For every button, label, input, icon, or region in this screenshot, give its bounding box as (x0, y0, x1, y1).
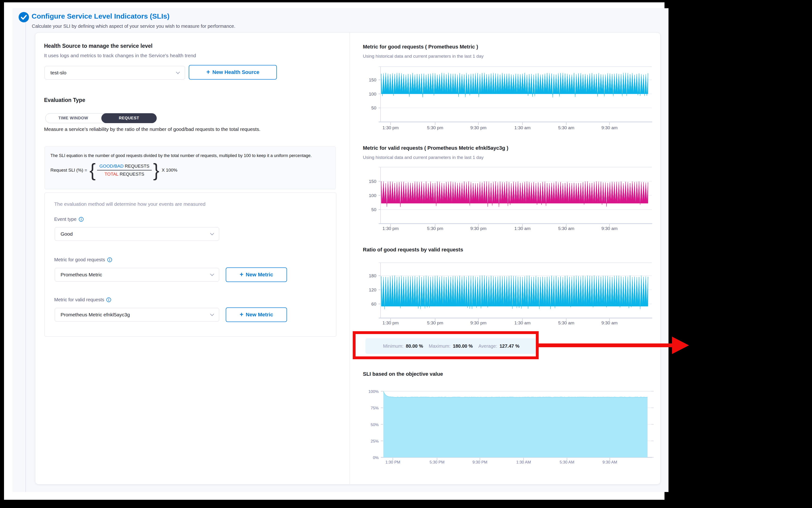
svg-text:150: 150 (369, 179, 376, 184)
good-metric-select[interactable]: Prometheus Metric (55, 268, 219, 282)
valid-requests-chart: 150100501:30 pm5:30 pm9:30 pm1:30 am5:30… (355, 162, 664, 238)
svg-text:9:30 am: 9:30 am (601, 321, 618, 325)
svg-text:60: 60 (371, 302, 376, 306)
sli-chart-title: SLI based on the objective value (363, 371, 443, 377)
svg-text:1:30 AM: 1:30 AM (516, 460, 531, 464)
good-metric-label: Metric for good requests (54, 257, 112, 262)
valid-requests-chart-subtitle: Using historical data and current parame… (363, 155, 484, 160)
svg-text:9:30 pm: 9:30 pm (470, 125, 487, 130)
svg-text:50%: 50% (371, 423, 379, 427)
valid-metric-select[interactable]: Prometheus Metric efnkl5ayc3g (55, 308, 219, 322)
plus-icon: + (240, 271, 243, 278)
new-metric-button-label: New Metric (246, 272, 273, 278)
svg-text:120: 120 (369, 287, 376, 292)
equation-numerator: GOOD/BAD REQUESTS (97, 163, 152, 170)
good-requests-chart-subtitle: Using historical data and current parame… (363, 54, 484, 59)
svg-text:9:30 pm: 9:30 pm (470, 321, 487, 325)
chevron-down-icon (210, 273, 214, 276)
new-health-source-button[interactable]: + New Health Source (189, 65, 277, 80)
denominator-highlight: TOTAL (105, 172, 119, 176)
new-health-source-button-label: New Health Source (212, 69, 259, 75)
svg-text:5:30 pm: 5:30 pm (427, 125, 443, 130)
svg-text:9:30 pm: 9:30 pm (470, 226, 487, 231)
svg-text:9:30 am: 9:30 am (601, 226, 618, 231)
numerator-rest: REQUESTS (123, 164, 149, 169)
svg-text:1:30 am: 1:30 am (514, 321, 531, 325)
evaluation-method-description: The evaluation method will determine how… (54, 201, 205, 207)
svg-text:75%: 75% (371, 406, 379, 410)
page-subtitle: Calculate your SLI by defining which asp… (32, 24, 235, 29)
equation-close-brace: } (153, 161, 159, 179)
svg-text:180: 180 (369, 273, 376, 278)
valid-metric-select-value: Prometheus Metric efnkl5ayc3g (61, 312, 210, 318)
page-title: Configure Service Level Indicators (SLIs… (32, 12, 169, 20)
screen: Configure Service Level Indicators (SLIs… (0, 0, 812, 508)
svg-text:1:30 pm: 1:30 pm (382, 125, 399, 130)
info-icon[interactable] (79, 217, 84, 222)
plus-icon: + (206, 69, 210, 75)
good-metric-select-value: Prometheus Metric (61, 272, 210, 278)
annotation-arrow-shaft (538, 343, 673, 347)
good-requests-chart-title: Metric for good requests ( Prometheus Me… (363, 44, 478, 50)
info-icon[interactable] (106, 297, 111, 302)
svg-text:1:30 pm: 1:30 pm (382, 321, 399, 325)
svg-text:5:30 am: 5:30 am (558, 125, 575, 130)
sli-equation: Request SLI (%) = { GOOD/BAD REQUESTS TO… (50, 161, 330, 179)
new-metric-button-good[interactable]: + New Metric (226, 267, 287, 282)
good-requests-chart: 150100501:30 pm5:30 pm9:30 pm1:30 am5:30… (355, 61, 664, 135)
equation-multiplier: X 100% (162, 168, 178, 173)
good-metric-label-text: Metric for good requests (54, 257, 105, 262)
svg-text:50: 50 (371, 207, 376, 212)
step-complete-check-icon (18, 12, 29, 23)
event-type-label: Event type (54, 217, 84, 222)
svg-text:9:30 am: 9:30 am (601, 125, 618, 130)
svg-text:1:30 am: 1:30 am (514, 125, 531, 130)
svg-text:5:30 am: 5:30 am (558, 321, 575, 325)
valid-metric-label: Metric for valid requests (54, 297, 111, 302)
health-source-description: It uses logs and metrics to track change… (44, 53, 196, 58)
toggle-option-time-window[interactable]: TIME WINDOW (45, 113, 101, 123)
equation-lhs: Request SLI (%) = (50, 168, 87, 173)
svg-text:1:30 pm: 1:30 pm (382, 226, 399, 231)
svg-text:0%: 0% (373, 456, 379, 460)
event-type-select-value: Good (61, 231, 210, 237)
sli-objective-chart: 100%75%50%25%0%1:30 PM5:30 PM9:30 PM1:30… (355, 385, 664, 472)
new-metric-button-valid[interactable]: + New Metric (226, 307, 287, 322)
info-icon[interactable] (107, 257, 112, 262)
svg-text:5:30 am: 5:30 am (558, 226, 575, 231)
denominator-rest: REQUESTS (118, 172, 144, 176)
chevron-down-icon (210, 233, 214, 236)
annotation-highlight-box (353, 331, 539, 359)
svg-text:5:30 PM: 5:30 PM (430, 460, 444, 464)
svg-text:9:30 PM: 9:30 PM (472, 460, 487, 464)
health-source-select-value: test-slo (50, 70, 176, 76)
svg-text:50: 50 (371, 105, 376, 111)
column-divider (349, 33, 350, 484)
event-type-label-text: Event type (54, 217, 77, 222)
health-source-heading: Health Source to manage the service leve… (44, 43, 152, 49)
equation-fraction: GOOD/BAD REQUESTS TOTAL REQUESTS (97, 163, 152, 177)
evaluation-type-heading: Evaluation Type (44, 97, 85, 103)
equation-open-brace: { (89, 161, 96, 179)
chevron-down-icon (176, 72, 180, 74)
equation-denominator: TOTAL REQUESTS (97, 170, 152, 177)
numerator-highlight: GOOD/BAD (100, 164, 123, 169)
svg-text:150: 150 (369, 78, 376, 82)
ratio-chart-title: Ratio of good requests by valid requests (363, 247, 463, 253)
ratio-chart: 180120601:30 pm5:30 pm9:30 pm1:30 am5:30… (355, 259, 664, 331)
plus-icon: + (240, 311, 243, 318)
svg-text:100%: 100% (369, 389, 379, 394)
health-source-select[interactable]: test-slo (44, 66, 185, 80)
valid-metric-label-text: Metric for valid requests (54, 297, 104, 302)
svg-text:100: 100 (369, 92, 376, 96)
request-evaluation-description: Measure a service’s reliability by the r… (44, 125, 333, 133)
svg-text:9:30 AM: 9:30 AM (603, 460, 617, 464)
wizard-step-connector (26, 22, 26, 492)
svg-text:1:30 PM: 1:30 PM (385, 460, 400, 464)
sli-equation-box: The SLI equation is the number of good r… (44, 146, 336, 189)
toggle-option-request[interactable]: REQUEST (101, 113, 157, 123)
event-type-select[interactable]: Good (55, 227, 219, 241)
annotation-arrow-head-icon (672, 337, 689, 354)
sli-equation-explainer: The SLI equation is the number of good r… (50, 153, 324, 159)
chevron-down-icon (210, 313, 214, 316)
